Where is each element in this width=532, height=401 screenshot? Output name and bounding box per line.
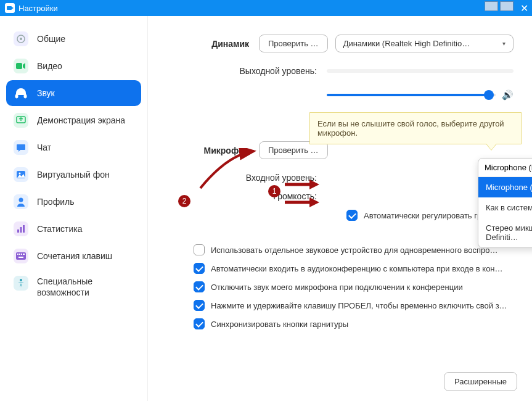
speaker-label: Динамик bbox=[166, 39, 259, 49]
advanced-button[interactable]: Расширенные bbox=[444, 372, 517, 391]
chevron-down-icon: ▾ bbox=[502, 40, 505, 47]
auto-adjust-checkbox[interactable] bbox=[346, 210, 358, 221]
sidebar-item-accessibility[interactable]: Специальные возможности bbox=[6, 270, 141, 304]
output-level-meter bbox=[327, 69, 514, 73]
test-speaker-button[interactable]: Проверить … bbox=[259, 35, 328, 52]
accessibility-icon bbox=[14, 276, 28, 291]
sidebar-item-vbg[interactable]: Виртуальный фон bbox=[6, 162, 141, 188]
svg-rect-11 bbox=[23, 225, 25, 233]
sync-headset-checkbox[interactable] bbox=[194, 318, 205, 329]
auto-join-label: Автоматически входить в аудиоконференцию… bbox=[211, 264, 503, 273]
stats-icon bbox=[14, 221, 28, 236]
sync-headset-label: Синхронизировать кнопки гарнитуры bbox=[211, 320, 348, 329]
mic-option-0[interactable]: Microphone (HD Webcam C270) bbox=[478, 177, 532, 197]
svg-rect-13 bbox=[17, 254, 18, 255]
general-icon bbox=[14, 31, 28, 46]
volume-icon: 🔊 bbox=[502, 89, 514, 101]
sidebar-item-label: Сочетания клавиш bbox=[37, 251, 112, 261]
sidebar-item-general[interactable]: Общие bbox=[6, 26, 141, 52]
content-pane: Динамик Проверить … Динамики (Realtek Hi… bbox=[148, 16, 532, 401]
annotation-arrow bbox=[284, 195, 321, 210]
annotation-badge-2: 2 bbox=[178, 195, 190, 207]
headphones-icon bbox=[14, 86, 28, 101]
app-icon bbox=[5, 3, 15, 13]
mute-on-join-checkbox[interactable] bbox=[194, 281, 205, 292]
mic-device-value: Microphone (HD Webcam C270) bbox=[485, 163, 532, 172]
output-level-label: Выходной уровень: bbox=[166, 66, 327, 76]
window-controls bbox=[485, 1, 514, 11]
svg-rect-12 bbox=[16, 252, 26, 260]
sidebar-item-label: Статистика bbox=[37, 224, 83, 234]
sidebar-item-share[interactable]: Демонстрация экрана bbox=[6, 107, 141, 133]
video-icon bbox=[14, 59, 28, 73]
share-screen-icon bbox=[14, 113, 28, 128]
svg-rect-9 bbox=[17, 229, 19, 233]
svg-rect-10 bbox=[20, 227, 22, 233]
mic-device-dropdown: Microphone (HD Webcam C270) ▾ Microphone… bbox=[478, 158, 532, 248]
svg-point-7 bbox=[19, 173, 21, 175]
speaker-volume-slider[interactable] bbox=[327, 94, 496, 96]
auto-join-checkbox[interactable] bbox=[194, 263, 205, 274]
maximize-button[interactable] bbox=[500, 1, 514, 11]
sidebar-item-label: Звук bbox=[37, 88, 55, 98]
close-icon[interactable]: ✕ bbox=[520, 2, 528, 14]
svg-point-18 bbox=[20, 279, 22, 281]
svg-point-8 bbox=[19, 198, 23, 202]
separate-device-label: Использовать отдельное звуковое устройст… bbox=[211, 246, 497, 255]
background-icon bbox=[14, 167, 28, 182]
mute-on-join-label: Отключить звук моего микрофона при подкл… bbox=[211, 283, 463, 292]
minimize-button[interactable] bbox=[485, 1, 498, 11]
svg-rect-17 bbox=[18, 257, 23, 258]
annotation-arrow bbox=[197, 148, 259, 191]
push-to-talk-checkbox[interactable] bbox=[194, 300, 205, 311]
svg-point-1 bbox=[20, 38, 22, 40]
separate-device-checkbox[interactable] bbox=[194, 244, 205, 255]
mic-device-select[interactable]: Microphone (HD Webcam C270) ▾ bbox=[478, 159, 532, 177]
svg-rect-14 bbox=[19, 254, 20, 255]
profile-icon bbox=[14, 194, 28, 209]
svg-rect-16 bbox=[23, 254, 25, 255]
sidebar: Общие Видео Звук Демонстрация экрана Чат bbox=[0, 16, 148, 401]
sidebar-item-audio[interactable]: Звук bbox=[6, 80, 141, 106]
svg-rect-2 bbox=[16, 63, 22, 69]
svg-rect-3 bbox=[15, 94, 18, 98]
push-to-talk-label: Нажмите и удерживайте клавишу ПРОБЕЛ, чт… bbox=[211, 301, 507, 310]
keyboard-icon bbox=[14, 249, 28, 263]
sidebar-item-label: Профиль bbox=[37, 197, 74, 207]
titlebar: Настройки ✕ bbox=[0, 0, 532, 16]
speaker-device-value: Динамики (Realtek High Definitio… bbox=[343, 39, 470, 48]
sidebar-item-label: Чат bbox=[37, 143, 51, 152]
footer: Расширенные bbox=[444, 372, 517, 391]
sidebar-item-stats[interactable]: Статистика bbox=[6, 216, 141, 242]
annotation-arrow bbox=[284, 177, 321, 192]
speaker-device-select[interactable]: Динамики (Realtek High Definitio… ▾ bbox=[335, 35, 514, 52]
chat-icon bbox=[14, 140, 28, 155]
sidebar-item-shortcuts[interactable]: Сочетания клавиш bbox=[6, 243, 141, 269]
window-title: Настройки bbox=[18, 4, 58, 13]
sidebar-item-chat[interactable]: Чат bbox=[6, 134, 141, 160]
sidebar-item-label: Общие bbox=[37, 34, 65, 44]
sidebar-item-video[interactable]: Видео bbox=[6, 53, 141, 79]
sidebar-item-label: Демонстрация экрана bbox=[37, 115, 125, 125]
sidebar-item-label: Видео bbox=[37, 61, 62, 71]
mic-option-1[interactable]: Как в системе bbox=[478, 197, 532, 218]
mic-tooltip: Если вы не слышите свой голос, выберите … bbox=[309, 112, 522, 144]
sidebar-item-label: Специальные возможности bbox=[37, 276, 134, 298]
mic-option-2[interactable]: Стерео микшер (Realtek High Definiti… bbox=[478, 218, 532, 247]
svg-rect-4 bbox=[24, 94, 27, 98]
svg-rect-15 bbox=[21, 254, 22, 255]
sidebar-item-profile[interactable]: Профиль bbox=[6, 189, 141, 215]
annotation-badge-1: 1 bbox=[268, 185, 280, 197]
sidebar-item-label: Виртуальный фон bbox=[37, 170, 110, 180]
